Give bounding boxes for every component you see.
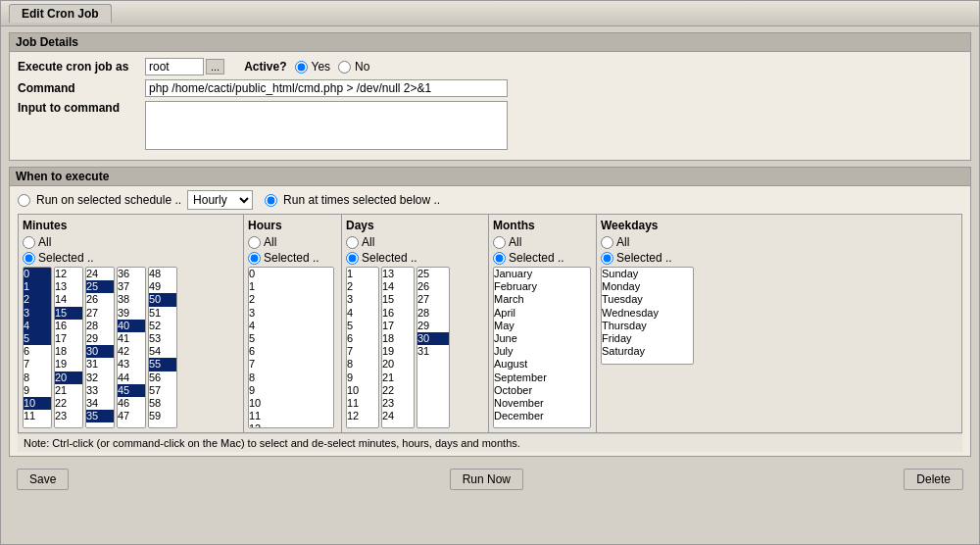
time-columns: Minutes All Selected .. 0 bbox=[18, 214, 962, 433]
weekdays-all-label: All bbox=[616, 235, 629, 249]
command-input[interactable] bbox=[145, 79, 508, 97]
months-all-row: All bbox=[493, 235, 592, 249]
input-label: Input to command bbox=[18, 101, 145, 115]
months-selected-row: Selected .. bbox=[493, 251, 592, 265]
run-now-button[interactable]: Run Now bbox=[450, 469, 523, 490]
weekdays-all-row: All bbox=[601, 235, 957, 249]
active-yes-radio[interactable] bbox=[295, 61, 308, 74]
weekdays-column: Weekdays All Selected .. Sunday Monday bbox=[597, 215, 961, 432]
when-to-execute-header: When to execute bbox=[10, 168, 970, 186]
schedule-select[interactable]: Hourly Daily Weekly Monthly bbox=[187, 190, 253, 210]
input-textarea[interactable] bbox=[145, 101, 508, 150]
content-area: Job Details Execute cron job as ... Acti… bbox=[1, 26, 979, 502]
days-list-1[interactable]: 1 2 3 4 5 6 7 8 9 10 11 bbox=[346, 267, 379, 428]
minutes-grid: 0 1 2 3 4 5 6 7 8 9 bbox=[23, 267, 239, 428]
minutes-selected-label: Selected .. bbox=[38, 251, 94, 265]
minutes-col5: 48 49 50 51 52 53 54 55 56 57 bbox=[148, 267, 177, 428]
days-column: Days All Selected .. 1 2 bbox=[342, 215, 489, 432]
days-all-row: All bbox=[346, 235, 484, 249]
weekdays-selected-radio[interactable] bbox=[601, 252, 613, 265]
active-group: Active? Yes No bbox=[244, 60, 369, 74]
weekdays-header: Weekdays bbox=[601, 219, 957, 232]
months-all-radio[interactable] bbox=[493, 236, 506, 249]
title-bar: Edit Cron Job bbox=[1, 1, 979, 26]
schedule-row: Run on selected schedule .. Hourly Daily… bbox=[18, 190, 962, 210]
job-details-body: Execute cron job as ... Active? Yes No C… bbox=[10, 52, 970, 160]
bottom-bar: Save Run Now Delete bbox=[9, 463, 971, 496]
minutes-list-4[interactable]: 36 37 38 39 40 41 42 43 44 45 bbox=[117, 267, 146, 428]
minutes-selected-radio[interactable] bbox=[23, 252, 35, 265]
execute-row: Execute cron job as ... Active? Yes No bbox=[18, 58, 962, 75]
hours-selected-label: Selected .. bbox=[264, 251, 319, 265]
minutes-col1: 0 1 2 3 4 5 6 7 8 9 bbox=[23, 267, 52, 428]
days-all-radio[interactable] bbox=[346, 236, 359, 249]
schedule-radio[interactable] bbox=[18, 194, 30, 207]
active-no-radio[interactable] bbox=[338, 61, 351, 74]
hours-selected-row: Selected .. bbox=[248, 251, 337, 265]
minutes-list-3[interactable]: 24 25 26 27 28 29 30 31 32 33 bbox=[85, 267, 115, 428]
note-bar: Note: Ctrl-click (or command-click on th… bbox=[18, 433, 962, 452]
minutes-column: Minutes All Selected .. 0 bbox=[19, 215, 244, 432]
weekdays-all-radio[interactable] bbox=[601, 236, 613, 249]
minutes-selected-row: Selected .. bbox=[23, 251, 239, 265]
hours-column: Hours All Selected .. 0 1 2 bbox=[244, 215, 342, 432]
times-radio[interactable] bbox=[265, 194, 277, 207]
main-window: Edit Cron Job Job Details Execute cron j… bbox=[0, 0, 980, 545]
job-details-section: Job Details Execute cron job as ... Acti… bbox=[9, 32, 971, 161]
minutes-all-label: All bbox=[38, 235, 51, 249]
days-list-2[interactable]: 13 14 15 16 17 18 19 20 21 22 23 bbox=[381, 267, 415, 428]
minutes-list-2[interactable]: 12 13 14 15 16 17 18 19 20 21 bbox=[54, 267, 83, 428]
months-all-label: All bbox=[509, 235, 521, 249]
execute-label: Execute cron job as bbox=[18, 60, 145, 74]
months-list[interactable]: January February March April May June Ju… bbox=[493, 267, 591, 428]
hours-all-label: All bbox=[264, 235, 276, 249]
when-to-execute-body: Run on selected schedule .. Hourly Daily… bbox=[10, 186, 970, 456]
yes-label: Yes bbox=[312, 60, 331, 74]
months-header: Months bbox=[493, 219, 592, 232]
days-header: Days bbox=[346, 219, 484, 232]
job-details-header: Job Details bbox=[10, 33, 970, 52]
active-label: Active? bbox=[244, 60, 286, 74]
months-selected-label: Selected .. bbox=[509, 251, 564, 265]
weekdays-selected-row: Selected .. bbox=[601, 251, 957, 265]
note-text: Note: Ctrl-click (or command-click on th… bbox=[24, 437, 520, 449]
hours-selected-radio[interactable] bbox=[248, 252, 261, 265]
days-selected-label: Selected .. bbox=[362, 251, 417, 265]
days-all-label: All bbox=[362, 235, 374, 249]
command-label: Command bbox=[18, 81, 145, 95]
months-column: Months All Selected .. January February bbox=[489, 215, 597, 432]
delete-button[interactable]: Delete bbox=[904, 469, 963, 490]
minutes-col4: 36 37 38 39 40 41 42 43 44 45 bbox=[117, 267, 146, 428]
months-selected-radio[interactable] bbox=[493, 252, 506, 265]
days-selected-row: Selected .. bbox=[346, 251, 484, 265]
minutes-col3: 24 25 26 27 28 29 30 31 32 33 bbox=[85, 267, 115, 428]
no-label: No bbox=[355, 60, 369, 74]
minutes-header: Minutes bbox=[23, 219, 239, 232]
minutes-all-row: All bbox=[23, 235, 239, 249]
days-selected-radio[interactable] bbox=[346, 252, 359, 265]
hours-list[interactable]: 0 1 2 3 4 5 6 7 8 9 10 11 12 bbox=[248, 267, 334, 428]
schedule-radio-label: Run on selected schedule .. bbox=[36, 193, 181, 207]
command-row: Command bbox=[18, 79, 962, 97]
minutes-list-1[interactable]: 0 1 2 3 4 5 6 7 8 9 bbox=[23, 267, 52, 428]
days-grid: 1 2 3 4 5 6 7 8 9 10 11 bbox=[346, 267, 484, 428]
days-list-3[interactable]: 25 26 27 28 29 30 31 bbox=[416, 267, 450, 428]
hours-all-radio[interactable] bbox=[248, 236, 261, 249]
browse-button[interactable]: ... bbox=[206, 59, 224, 74]
minutes-col2: 12 13 14 15 16 17 18 19 20 21 bbox=[54, 267, 83, 428]
times-radio-label: Run at times selected below .. bbox=[283, 193, 440, 207]
weekdays-selected-label: Selected .. bbox=[616, 251, 672, 265]
when-to-execute-section: When to execute Run on selected schedule… bbox=[9, 167, 971, 457]
input-row: Input to command bbox=[18, 101, 962, 150]
hours-header: Hours bbox=[248, 219, 337, 232]
hours-all-row: All bbox=[248, 235, 337, 249]
execute-input[interactable] bbox=[145, 58, 204, 75]
window-title: Edit Cron Job bbox=[9, 4, 112, 23]
weekdays-list[interactable]: Sunday Monday Tuesday Wednesday Thursday… bbox=[601, 267, 694, 365]
minutes-all-radio[interactable] bbox=[23, 236, 35, 249]
minutes-list-5[interactable]: 48 49 50 51 52 53 54 55 56 57 bbox=[148, 267, 177, 428]
save-button[interactable]: Save bbox=[17, 469, 69, 490]
